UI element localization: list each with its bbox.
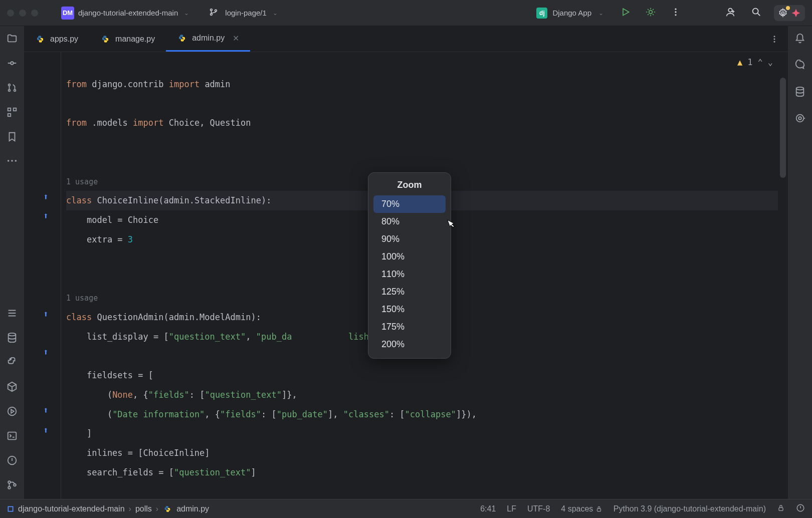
packages-tool-icon[interactable] [7, 381, 18, 394]
window-controls [7, 10, 38, 17]
override-gutter-icon[interactable]: ⬆ [43, 405, 49, 415]
svg-rect-35 [597, 508, 600, 511]
chevron-right-icon: › [156, 504, 158, 513]
zoom-option-70[interactable]: 70% [373, 195, 446, 213]
code-with-me-icon[interactable] [722, 4, 739, 22]
zoom-option-150[interactable]: 150% [373, 301, 446, 318]
tab-label: manage.py [115, 35, 155, 44]
python-console-icon[interactable] [7, 357, 18, 369]
svg-point-19 [15, 160, 17, 162]
bookmarks-tool-icon[interactable] [7, 131, 18, 144]
run-button[interactable] [618, 4, 634, 22]
svg-point-32 [774, 38, 775, 40]
tab-label: apps.py [50, 35, 78, 44]
settings-button[interactable] [774, 5, 805, 21]
zoom-option-200[interactable]: 200% [373, 336, 446, 353]
svg-point-29 [798, 117, 801, 120]
notifications-tool-icon[interactable] [794, 33, 805, 46]
zoom-option-175[interactable]: 175% [373, 318, 446, 336]
commit-tool-icon[interactable] [7, 58, 18, 70]
python-interpreter[interactable]: Python 3.9 (django-tutorial-extended-mai… [614, 504, 766, 513]
status-problems-icon[interactable] [796, 503, 805, 514]
database-tool-icon[interactable] [7, 332, 18, 345]
tab-options-button[interactable] [761, 26, 788, 52]
override-gutter-icon[interactable]: ⬆ [43, 210, 49, 221]
traffic-max[interactable] [31, 10, 38, 17]
traffic-close[interactable] [7, 10, 14, 17]
python-file-icon [177, 33, 187, 43]
svg-point-22 [8, 407, 17, 416]
endpoints-tool-icon[interactable] [794, 113, 805, 125]
zoom-option-110[interactable]: 110% [373, 266, 446, 283]
search-everywhere-icon[interactable] [748, 4, 765, 22]
zoom-popup: Zoom 70% 80% 90% 100% 110% 125% 150% 175… [368, 172, 451, 359]
vcs-tool-icon[interactable] [7, 479, 18, 492]
override-gutter-icon[interactable]: ⬆ [43, 425, 49, 435]
svg-point-2 [215, 10, 217, 12]
override-gutter-icon[interactable]: ⬆ [43, 347, 49, 357]
structure-tool-icon[interactable] [7, 107, 18, 119]
zoom-option-100[interactable]: 100% [373, 248, 446, 266]
vcs-branch-selector[interactable]: login-page/1 ⌄ [202, 3, 282, 23]
svg-point-30 [796, 115, 804, 122]
svg-rect-23 [8, 432, 17, 440]
svg-point-1 [211, 14, 213, 16]
svg-point-27 [14, 484, 16, 486]
zoom-option-80[interactable]: 80% [373, 213, 446, 230]
override-gutter-icon[interactable]: ⬆ [43, 309, 49, 319]
project-selector[interactable]: DM django-tutorial-extended-main ⌄ [57, 5, 193, 22]
zoom-option-125[interactable]: 125% [373, 283, 446, 301]
scrollbar-thumb[interactable] [780, 78, 786, 178]
file-encoding[interactable]: UTF-8 [527, 504, 550, 513]
svg-point-8 [753, 9, 758, 14]
override-gutter-icon[interactable]: ⬆ [43, 191, 49, 202]
database-right-icon[interactable] [794, 86, 805, 99]
svg-rect-16 [8, 114, 11, 117]
more-tools-icon[interactable] [7, 156, 18, 164]
left-tool-rail [0, 26, 24, 499]
tab-admin[interactable]: admin.py ✕ [166, 26, 250, 52]
svg-rect-15 [14, 108, 17, 111]
svg-point-33 [774, 41, 775, 42]
editor-tabs: apps.py manage.py admin.py ✕ [24, 26, 788, 52]
project-tool-icon[interactable] [7, 33, 18, 46]
breadcrumb[interactable]: django-tutorial-extended-main › polls › … [7, 504, 209, 514]
svg-point-25 [8, 481, 11, 483]
gutter: ⬆ ⬆ ⬆ ⬆ ⬆ ⬆ [24, 52, 61, 499]
indent-config[interactable]: 4 spaces [561, 504, 602, 513]
notification-dot-icon [786, 6, 790, 10]
svg-point-13 [14, 90, 16, 92]
problems-tool-icon[interactable] [7, 455, 18, 467]
chevron-down-icon: ⌄ [598, 10, 603, 17]
ai-tool-icon[interactable] [794, 60, 805, 72]
svg-point-20 [9, 333, 16, 336]
caret-position[interactable]: 6:41 [480, 504, 496, 513]
debug-button[interactable] [643, 4, 659, 22]
django-icon: dj [536, 8, 547, 19]
line-separator[interactable]: LF [507, 504, 516, 513]
svg-point-28 [796, 87, 804, 90]
ai-assistant-icon [791, 8, 801, 18]
terminal-tool-icon[interactable] [7, 430, 18, 443]
services-tool-icon[interactable] [7, 406, 18, 418]
run-config-selector[interactable]: dj Django App ⌄ [531, 6, 608, 21]
svg-point-26 [8, 486, 11, 489]
project-icon: DM [61, 7, 74, 20]
pull-requests-icon[interactable] [7, 82, 18, 95]
branch-name: login-page/1 [225, 9, 267, 17]
svg-rect-36 [779, 507, 783, 510]
traffic-min[interactable] [19, 10, 26, 17]
close-tab-icon[interactable]: ✕ [233, 34, 239, 43]
tab-apps[interactable]: apps.py [24, 26, 89, 52]
svg-point-7 [728, 9, 732, 12]
todo-tool-icon[interactable] [7, 308, 18, 320]
tab-manage[interactable]: manage.py [89, 26, 166, 52]
titlebar: DM django-tutorial-extended-main ⌄ login… [0, 0, 812, 26]
lock-icon[interactable] [777, 504, 785, 514]
zoom-option-90[interactable]: 90% [373, 230, 446, 248]
breadcrumb-folder: polls [135, 504, 152, 513]
svg-point-31 [774, 36, 775, 37]
more-actions-button[interactable] [668, 4, 684, 22]
svg-point-5 [675, 11, 676, 13]
python-file-icon [162, 504, 172, 514]
